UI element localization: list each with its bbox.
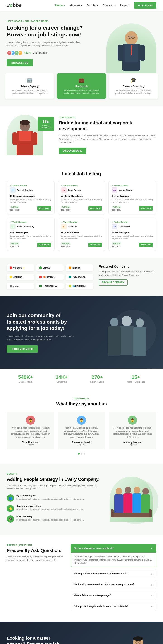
post-job-button[interactable]: POST A JOB	[134, 2, 156, 8]
company-name-5: Alico Ltd	[68, 226, 77, 228]
job-desc-5: Lorem ipsum dolor sit amet, consectetur …	[61, 235, 102, 240]
browse-company-button[interactable]: BROWSE COMPANY	[99, 280, 128, 286]
list-item: aven.	[7, 282, 34, 289]
discover-more-button[interactable]: DISCOVER MORE	[59, 148, 86, 154]
verified-badge: ✓Verified Company	[61, 184, 102, 186]
about-person-svg	[10, 117, 40, 156]
job-salary-2: $31k - $37k	[61, 209, 70, 211]
table-row: ✓Verified Company AL Alico Ltd Digital M…	[58, 218, 106, 251]
featured-inner: velocity ⚡ ●treva. muzica goldline 🦊FOXH…	[7, 264, 156, 289]
job-meta-6: Full Time $30k - $50k APPLY NOW	[112, 242, 153, 248]
earth-label: 🌍EARTH2.0	[72, 285, 86, 287]
navbar: Jobbe Home ▼ About us ▼ Job List ▼ Conta…	[0, 0, 163, 11]
aven-dot	[9, 284, 12, 287]
job-type-badge: Full Time	[10, 242, 19, 245]
benefit-item-3: 🎓 Free Coaching Lorem ipsum dolor sit am…	[7, 515, 100, 522]
dot-1[interactable]	[78, 453, 80, 454]
browse-job-button[interactable]: BROWSE JOB	[7, 59, 33, 66]
featured-right: Featured Company Lorem ipsum dolor amet …	[99, 264, 156, 286]
svg-point-29	[125, 486, 131, 494]
apply-button-6[interactable]: APPLY NOW	[139, 243, 153, 247]
about-years-badge: 15+ YEARS OFEXPERIENCE	[38, 117, 54, 131]
list-item: goldline	[7, 274, 34, 280]
faq-question-5[interactable]: Sit imperdiet fringilla nulla lacus luct…	[71, 602, 156, 611]
job-salary-6: $30k - $50k	[112, 246, 121, 248]
benefit-title-1: By real employees	[16, 494, 84, 497]
testimonial-text-1: Proin lacinia placa vehicula cultur cons…	[10, 426, 50, 439]
nav-logo: Jobbe	[7, 2, 21, 8]
member-count: 540 K+ Member Active	[24, 52, 47, 54]
stat-num-experience: 15+	[127, 374, 145, 380]
nav-joblist[interactable]: Job List ▼	[87, 4, 99, 7]
faq-item-2: Val neque duis lobortis elementum himena…	[71, 569, 156, 578]
apply-button-5[interactable]: APPLY NOW	[88, 243, 102, 247]
benefit-item-1: 👥 By real employees Lorem ipsum dolor si…	[7, 494, 100, 502]
nav-about[interactable]: About us ▼	[69, 4, 83, 7]
faq-item-3: Luctus aliquam elementum habitasse conse…	[71, 580, 156, 589]
benefit-desc-2: Lorem ipsum dolor sit amet, consectetur …	[16, 508, 84, 511]
verified-badge: ✓Verified Company	[10, 184, 51, 186]
about-section: 15+ YEARS OFEXPERIENCE OUR SERVICE Bridg…	[0, 106, 163, 164]
table-row: ✓Verified Company TA Trova Agency Androi…	[58, 181, 106, 214]
about-years-label: YEARS OFEXPERIENCE	[41, 125, 51, 129]
about-years-num: 15+	[41, 119, 51, 124]
testimonial-role-3: Employee	[113, 444, 153, 446]
svg-rect-5	[140, 45, 145, 61]
faq-question-1[interactable]: Nisi ad malesuada cursus mattis sit? ∧	[71, 544, 156, 553]
testimonial-text-2: Tristique placa vehicula dolor sit amet,…	[61, 426, 101, 439]
job-salary-1: $25k - $31k	[10, 209, 19, 211]
job-type-badge: Full Time	[61, 242, 70, 245]
velocity-icon: ⚡	[23, 267, 25, 269]
testimonial-text-3: Proin lacinia placa vehicula cultur cons…	[113, 426, 153, 439]
hero-person-svg	[111, 26, 152, 73]
testimonials-tag: TESTIMONIAL	[7, 398, 156, 400]
apply-button-2[interactable]: APPLY NOW	[88, 206, 102, 210]
dot-3[interactable]	[84, 453, 85, 454]
cta-discover-button[interactable]: DISCOVER MORE	[7, 345, 38, 352]
job-desc-1: Lorem ipsum dolor sit amet, consectetur …	[10, 198, 51, 204]
faq-answer-1: Vitae vulputate sapien blandit vivat. Ni…	[71, 553, 156, 567]
company-logo-4: EC	[10, 224, 16, 229]
faq-item-1: Nisi ad malesuada cursus mattis sit? ∧ V…	[71, 544, 156, 567]
company-logo-1: FH	[10, 188, 16, 193]
company-row: FH FoxHub Studios	[10, 188, 51, 193]
apply-button-3[interactable]: APPLY NOW	[139, 206, 153, 210]
faq-question-text-2: Val neque duis lobortis elementum himena…	[74, 572, 129, 575]
faq-question-2[interactable]: Val neque duis lobortis elementum himena…	[71, 570, 156, 578]
svg-point-19	[26, 125, 27, 127]
list-item: ●treva.	[36, 264, 64, 271]
faq-chevron-down-icon: ∨	[151, 594, 153, 597]
job-salary-3: $30k - $50k	[112, 209, 121, 211]
testimonial-card-3: 👨 Proin lacinia placa vehicula cultur co…	[109, 412, 156, 449]
apply-button-4[interactable]: APPLY NOW	[37, 243, 51, 247]
table-row: ✓Verified Company EC Earth Community Web…	[7, 218, 55, 251]
testimonial-card-1: 👩 Proin lacinia placa vehicula cultur co…	[7, 412, 54, 449]
faq-section: COMMON QUESTIONS Frequently Ask Question…	[0, 535, 163, 622]
svg-point-17	[20, 120, 30, 125]
job-meta-4: Full Time $23k - $37k APPLY NOW	[10, 242, 51, 248]
list-item: 🌍EARTH2.0	[66, 282, 93, 289]
job-title-4: Web Developer	[10, 231, 51, 234]
job-title-3: Senior Manager	[112, 195, 153, 197]
dot-2[interactable]	[81, 453, 82, 454]
benefits-desc: Lorem ipsum dolor sit amet, consectetur …	[7, 484, 100, 490]
job-salary-5: $23k - $37k	[61, 246, 70, 248]
benefits-title: Adding People Strategy in Every Company.	[7, 476, 100, 482]
job-desc-6: Lorem ipsum dolor sit amet, consectetur …	[112, 235, 153, 240]
job-type-badge: Full Time	[112, 242, 121, 245]
list-item: ✦ASGARDÍA	[36, 282, 64, 289]
faq-question-4[interactable]: Volutis felis cras non tempor eget? ∨	[71, 591, 156, 600]
nav-home[interactable]: Home ▼	[55, 4, 65, 7]
apply-button-1[interactable]: APPLY NOW	[37, 206, 51, 210]
muzica-label: muzica	[72, 267, 80, 269]
verified-badge: ✓Verified Company	[112, 221, 153, 223]
nav-pages[interactable]: Pages ▼	[120, 4, 130, 7]
company-row: AL Alico Ltd	[61, 224, 102, 229]
testimonials-grid: 👩 Proin lacinia placa vehicula cultur co…	[7, 412, 156, 449]
benefits-tag: BENEFIT	[7, 473, 100, 475]
nav-contact[interactable]: Contact us	[103, 4, 116, 7]
benefit-desc-1: Lorem ipsum dolor sit amet, consectetur …	[16, 498, 84, 500]
footer-cta-section: Looking for a career change? Browse our …	[0, 622, 163, 644]
faq-question-3[interactable]: Luctus aliquam elementum habitasse conse…	[71, 580, 156, 589]
testimonial-avatar-1: 👩	[26, 416, 35, 425]
